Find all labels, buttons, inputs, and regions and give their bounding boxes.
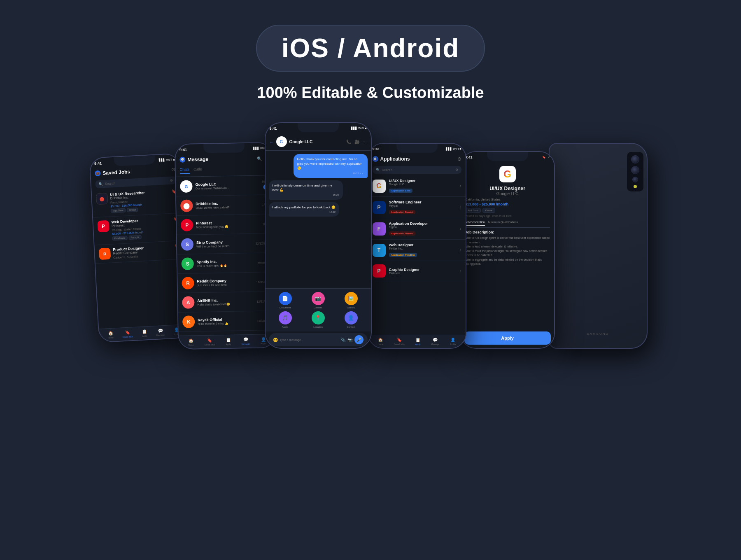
samsung-logo: SAMSUNG bbox=[587, 332, 609, 336]
chat-item-dribbble[interactable]: ⬤ Dribbble Inc. Okay, Do we have a deal?… bbox=[176, 195, 273, 216]
nav-profile-4[interactable]: 👤Profile bbox=[450, 338, 456, 345]
status-bar-4: 9:41 ▋▋▋ WiFi ■ bbox=[368, 144, 466, 154]
job-detail-company: Google LLC bbox=[465, 191, 550, 196]
chevron-pinterest2: › bbox=[460, 269, 461, 273]
emoji-icon: 😊 bbox=[273, 338, 278, 342]
bottom-nav-2: 🏠Home 🔖Saved Jobs 📋Apply 💬Message 👤Profi… bbox=[178, 334, 276, 349]
voice-button[interactable]: 🎤 bbox=[354, 335, 364, 344]
samsung-back-panel: SAMSUNG bbox=[550, 144, 647, 348]
messages-screen: 9:41 ▋▋▋ WiFi ■ 💬 Message 🔍 ⊕ bbox=[175, 143, 276, 349]
page-header: iOS / Android 100% Editable & Customizab… bbox=[256, 25, 485, 118]
saved-jobs-title: Saved Jobs bbox=[103, 169, 130, 176]
nav-app-2[interactable]: 📋Apply bbox=[226, 338, 231, 345]
input-placeholder: Type a message... bbox=[280, 338, 338, 341]
tab-calls[interactable]: Calls bbox=[193, 167, 202, 174]
chat-item-google[interactable]: G Google LLC Our reviewer, William An...… bbox=[176, 175, 273, 196]
tab-min-qualifications[interactable]: Minimum Qualifications bbox=[488, 221, 518, 226]
nav-saved-2[interactable]: 🔖Saved Jobs bbox=[204, 338, 215, 345]
message-input[interactable]: 😊 Type a message... 📎 📷 🎤 bbox=[269, 333, 368, 346]
contact-avatar: G bbox=[276, 136, 287, 147]
job-item-1[interactable]: ⬤ UI & UX Researcher Dribbble Inc. Paris… bbox=[91, 186, 182, 218]
app-icon: 💼 bbox=[95, 170, 101, 177]
attach-audio[interactable]: 🎵 Audio bbox=[279, 311, 292, 328]
status-bar-5: 9:41 🔖 ↗ bbox=[461, 152, 554, 162]
nav-profile-2[interactable]: 👤Profile bbox=[260, 337, 266, 345]
video-icon[interactable]: 🎥 bbox=[354, 140, 359, 144]
applications-title: Applications bbox=[380, 156, 410, 162]
attach-camera[interactable]: 📷 Camera bbox=[312, 292, 325, 309]
nav-saved-1[interactable]: 🔖 Saved Jobs bbox=[122, 330, 133, 338]
attach-location[interactable]: 📍 Location bbox=[312, 311, 325, 328]
logo-paypal: P bbox=[373, 201, 386, 214]
title-badge: iOS / Android bbox=[256, 25, 485, 72]
more-icon[interactable]: ⋯ bbox=[363, 140, 367, 144]
nav-app-4[interactable]: 📋Apply bbox=[415, 338, 421, 345]
app-list-twitter[interactable]: T Web Designer Twitter Inc. Application … bbox=[368, 240, 466, 261]
phone-messages: 9:41 ▋▋▋ WiFi ■ 💬 Message 🔍 ⊕ bbox=[174, 142, 277, 350]
chat-item-airbnb[interactable]: A AirBNB Inc. Haha that's awesome! 😊 12/… bbox=[177, 292, 275, 313]
saved-jobs-screen: 9:41 ▋▋▋ WiFi ■ 💼 Saved Jobs ⊙ bbox=[90, 154, 188, 342]
search-placeholder-1: Search bbox=[105, 182, 115, 186]
app-list-figma[interactable]: F Application Developer Figma Applicatio… bbox=[368, 218, 466, 240]
attach-document[interactable]: 📄 Document bbox=[279, 292, 292, 309]
nav-home-2[interactable]: 🏠Home bbox=[188, 338, 193, 346]
menu-icon-4: ⊙ bbox=[457, 156, 461, 162]
job-desc-title: Job Description: bbox=[465, 230, 550, 234]
back-button[interactable]: ← bbox=[270, 140, 274, 144]
camera-module bbox=[627, 152, 643, 191]
attach-icon-input: 📎 bbox=[340, 338, 345, 342]
attach-gallery[interactable]: 🖼️ Gallery bbox=[345, 292, 358, 309]
message-sent-1: Hello, thank you for contacting me. I'm … bbox=[294, 154, 368, 178]
tab-job-description[interactable]: Job Description bbox=[465, 221, 485, 226]
chat-item-strip[interactable]: S Strip Company Will the contract be sen… bbox=[177, 233, 274, 254]
chat-detail-screen: 9:41 ▋▋▋ WiFi ■ ← G Google LLC 📞 🎥 ⋯ bbox=[266, 123, 371, 348]
posted-text: Posted 10 days ago, ends in 31 Dec. bbox=[465, 215, 550, 217]
job-detail-salary: $13.000 - $25.000 /month bbox=[465, 202, 550, 206]
job-detail-tabs: Job Description Minimum Qualifications bbox=[465, 221, 550, 228]
google-logo-detail: G bbox=[499, 166, 516, 182]
chat-avatar-reddit: R bbox=[182, 277, 194, 289]
nav-saved-4[interactable]: 🔖Saved Jobs bbox=[394, 338, 405, 345]
message-received-1: I will definitely come on time and give … bbox=[269, 180, 343, 200]
chat-item-kayak[interactable]: K Kayak Official I'll be there in 2 mins… bbox=[178, 311, 275, 332]
attachment-bar: 📄 Document 📷 Camera 🖼️ Gallery bbox=[266, 288, 371, 331]
app-list-google[interactable]: G UI/UX Designer Google LLC Application … bbox=[368, 175, 466, 197]
chat-item-spotify[interactable]: S Spotify Inc. This is really epic 🔥🔥 Ye… bbox=[177, 253, 275, 274]
chevron-paypal: › bbox=[460, 205, 461, 210]
job-item-2[interactable]: P Web Developer Pinterest Chicago, Unite… bbox=[93, 213, 183, 245]
app-list-paypal[interactable]: P Software Engineer Paypal Application D… bbox=[368, 197, 466, 218]
attach-contact[interactable]: 👤 Contact bbox=[345, 311, 358, 328]
nav-msg-1[interactable]: 💬 Message bbox=[156, 328, 164, 336]
chat-avatar-kayak: K bbox=[182, 315, 195, 328]
signal-icon: ▋▋▋ bbox=[158, 158, 165, 162]
bookmark-icon-detail[interactable]: 🔖 bbox=[542, 156, 546, 159]
chat-item-pinterest[interactable]: P Pinterest Nice working with you 😊 10:3… bbox=[176, 214, 274, 235]
bottom-nav-4: 🏠Home 🔖Saved Jobs 📋Apply 💬Message 👤Profi… bbox=[368, 335, 466, 348]
tab-chats[interactable]: Chats bbox=[179, 168, 189, 174]
camera-lens-tele bbox=[632, 177, 638, 182]
apply-button[interactable]: Apply bbox=[464, 331, 551, 345]
camera-flash bbox=[634, 185, 637, 188]
nav-home-4[interactable]: 🏠Home bbox=[377, 338, 383, 345]
message-received-2: I attach my portfolio for you to look ba… bbox=[269, 202, 340, 217]
chat-item-reddit[interactable]: R Reddit Company Just ideas for next tim… bbox=[177, 272, 275, 293]
app-list-pinterest2[interactable]: P Graphic Designer Pinterest › bbox=[368, 261, 466, 281]
message-list: Hello, thank you for contacting me. I'm … bbox=[266, 151, 371, 288]
chat-avatar-dribbble: ⬤ bbox=[180, 199, 193, 212]
wifi-icon: WiFi bbox=[166, 158, 172, 161]
contact-name: Google LLC bbox=[289, 140, 313, 144]
search-icon-2[interactable]: 🔍 bbox=[257, 156, 262, 161]
company-logo-dribbble: ⬤ bbox=[96, 193, 107, 205]
call-icon[interactable]: 📞 bbox=[346, 140, 351, 144]
phone-job-detail: 9:41 🔖 ↗ G UI/UX Designer Google LLC Cal… bbox=[460, 151, 555, 349]
chat-list: G Google LLC Our reviewer, William An...… bbox=[176, 175, 276, 336]
logo-google: G bbox=[373, 180, 386, 193]
nav-msg-4[interactable]: 💬Message bbox=[431, 338, 439, 345]
nav-home-1[interactable]: 🏠 Home bbox=[107, 331, 113, 339]
nav-msg-2[interactable]: 💬Message bbox=[241, 337, 250, 345]
share-icon-detail[interactable]: ↗ bbox=[548, 156, 550, 159]
search-bar-4[interactable]: 🔍 Search ⚙ bbox=[373, 166, 461, 174]
phone-chat-detail: 9:41 ▋▋▋ WiFi ■ ← G Google LLC 📞 🎥 ⋯ bbox=[265, 122, 372, 349]
phone-applications: 9:41 ▋▋▋ WiFi ■ 📋 Applications ⊙ bbox=[368, 143, 466, 349]
nav-app-1[interactable]: 📋 Apply bbox=[142, 329, 147, 337]
